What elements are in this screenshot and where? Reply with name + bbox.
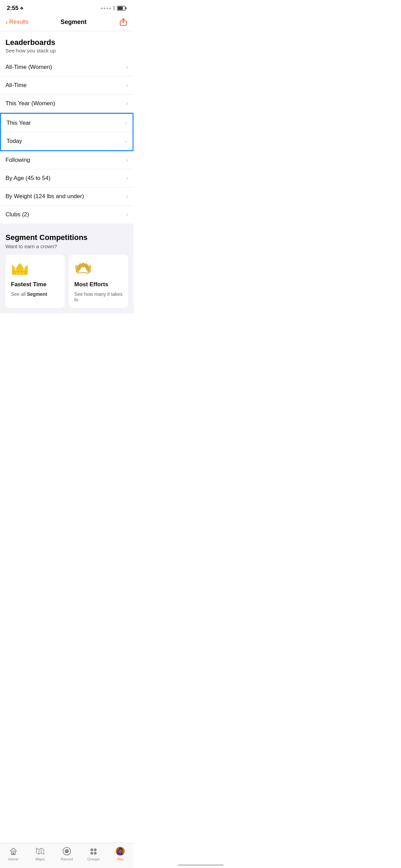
svg-point-15 [75, 265, 78, 269]
most-efforts-name: Most Efforts [74, 281, 123, 288]
chevron-right-icon: › [126, 100, 128, 107]
share-button[interactable] [118, 17, 128, 27]
svg-point-21 [82, 263, 85, 267]
list-item-by-age[interactable]: By Age (45 to 54) › [0, 169, 134, 188]
list-item-this-year[interactable]: This Year › [1, 114, 133, 132]
svg-point-18 [89, 265, 91, 269]
chevron-right-icon: › [126, 193, 128, 200]
competitions-title: Segment Competitions [5, 233, 128, 242]
status-right:  [101, 5, 127, 11]
svg-rect-1 [126, 7, 127, 9]
wifi-icon:  [113, 5, 115, 11]
leaderboards-header: Leaderboards See how you stack up [0, 31, 134, 58]
list-item[interactable]: All-Time › [0, 76, 134, 95]
svg-point-8 [19, 262, 21, 264]
svg-line-22 [78, 273, 83, 273]
svg-rect-2 [118, 7, 123, 10]
chevron-right-icon: › [125, 138, 127, 145]
most-efforts-card[interactable]: Most Efforts See how many it takes to [69, 255, 128, 308]
crown-icon [11, 260, 59, 278]
svg-point-7 [15, 268, 17, 270]
list-item-following[interactable]: Following › [0, 151, 134, 169]
back-button[interactable]: ‹ Results [5, 19, 28, 25]
fastest-time-name: Fastest Time [11, 281, 59, 288]
svg-rect-11 [19, 273, 21, 274]
list-item[interactable]: All-Time (Women) › [0, 58, 134, 76]
svg-line-23 [83, 273, 89, 273]
status-time: 2:55 ✈ [7, 5, 24, 12]
chevron-right-icon: › [126, 211, 128, 218]
page-title: Segment [61, 19, 87, 26]
laurel-icon [74, 260, 123, 278]
scroll-content: Leaderboards See how you stack up All-Ti… [0, 31, 134, 348]
chevron-right-icon: › [126, 157, 128, 164]
fastest-time-card[interactable]: Fastest Time See all Segment [5, 255, 65, 308]
svg-marker-5 [12, 263, 27, 273]
leaderboards-subtitle: See how you stack up [5, 48, 128, 53]
svg-point-9 [23, 268, 25, 270]
leaderboards-title: Leaderboards [5, 38, 128, 47]
nav-bar: ‹ Results Segment [0, 14, 134, 31]
location-icon: ✈ [20, 6, 24, 11]
competitions-subtitle: Want to earn a crown? [5, 243, 128, 249]
list-item-today[interactable]: Today › [1, 132, 133, 150]
signal-icon [101, 8, 111, 9]
svg-rect-10 [16, 273, 18, 274]
chevron-right-icon: › [125, 120, 127, 126]
most-efforts-desc: See how many it takes to [74, 291, 123, 302]
chevron-right-icon: › [126, 82, 128, 89]
status-bar: 2:55 ✈  [0, 0, 134, 14]
list-item-clubs[interactable]: Clubs (2) › [0, 206, 134, 224]
chevron-right-icon: › [126, 175, 128, 182]
chevron-left-icon: ‹ [5, 19, 8, 25]
svg-rect-12 [22, 273, 24, 274]
back-label: Results [9, 19, 29, 25]
list-item-by-weight[interactable]: By Weight (124 lbs and under) › [0, 188, 134, 206]
highlighted-group: This Year › Today › [0, 113, 134, 151]
battery-icon [117, 6, 127, 11]
competitions-section: Segment Competitions Want to earn a crow… [0, 226, 134, 313]
fastest-time-desc: See all Segment [11, 291, 59, 297]
chevron-right-icon: › [126, 64, 128, 71]
section-separator [0, 224, 134, 226]
list-item[interactable]: This Year (Women) › [0, 95, 134, 113]
competitions-cards: Fastest Time See all Segment [5, 255, 128, 308]
